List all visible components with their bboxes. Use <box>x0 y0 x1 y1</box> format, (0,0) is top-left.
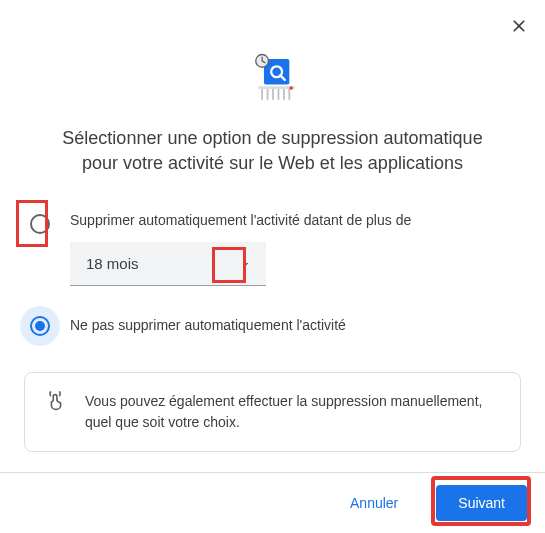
svg-point-11 <box>289 86 293 90</box>
highlight-annotation <box>431 476 531 526</box>
duration-value: 18 mois <box>86 255 139 272</box>
highlight-annotation <box>16 200 48 247</box>
dialog-title: Sélectionner une option de suppression a… <box>24 126 521 176</box>
option-no-auto-delete[interactable]: Ne pas supprimer automatiquement l'activ… <box>24 314 521 336</box>
info-text: Vous pouvez également effectuer la suppr… <box>85 391 500 433</box>
option-no-auto-delete-label: Ne pas supprimer automatiquement l'activ… <box>70 317 521 333</box>
radio-no-auto-delete[interactable] <box>30 316 50 336</box>
tap-icon <box>45 391 67 417</box>
close-button[interactable] <box>507 14 531 38</box>
svg-rect-4 <box>258 86 294 89</box>
option-auto-delete-label: Supprimer automatiquement l'activité dat… <box>70 212 521 228</box>
info-card: Vous pouvez également effectuer la suppr… <box>24 372 521 452</box>
option-auto-delete[interactable]: Supprimer automatiquement l'activité dat… <box>24 212 521 286</box>
hero-illustration <box>24 50 521 108</box>
highlight-annotation <box>212 247 246 283</box>
cancel-button[interactable]: Annuler <box>328 485 420 521</box>
close-icon <box>509 16 529 36</box>
